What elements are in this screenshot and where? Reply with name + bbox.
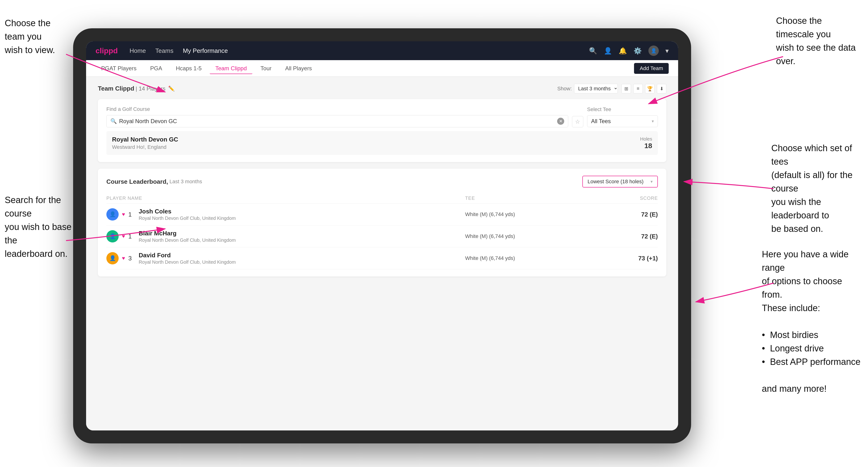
col-player: PLAYER NAME <box>106 193 465 204</box>
leaderboard-table: PLAYER NAME TEE SCORE 👤 ♥ 1 Josh Coles R… <box>106 193 658 269</box>
grid-view-button[interactable]: ⊞ <box>621 84 631 93</box>
settings-icon[interactable]: ⚙️ <box>633 47 642 55</box>
nav-my-performance[interactable]: My Performance <box>183 46 228 55</box>
nav-bar: clippd Home Teams My Performance 🔍 👤 🔔 ⚙… <box>86 41 678 60</box>
col-score: SCORE <box>603 193 658 204</box>
show-label: Show: <box>557 86 572 92</box>
holes-badge: Holes 18 <box>640 136 652 150</box>
avatar[interactable]: 👤 <box>648 45 659 56</box>
chevron-down-icon[interactable]: ▾ <box>665 47 669 55</box>
clear-search-button[interactable]: ✕ <box>557 118 564 125</box>
player-cell: 👤 ♥ 3 David Ford Royal North Devon Golf … <box>106 252 465 265</box>
annotation-top-right: Choose the timescale youwish to see the … <box>776 14 861 68</box>
tee-cell: White (M) (6,744 yds) <box>465 204 603 225</box>
tee-cell: White (M) (6,744 yds) <box>465 247 603 269</box>
search-row: Find a Golf Course 🔍 Royal North Devon G… <box>106 106 658 127</box>
leaderboard-subtitle: Last 3 months <box>169 179 202 185</box>
table-row: 👤 ♥ 3 David Ford Royal North Devon Golf … <box>106 247 658 269</box>
search-value: Royal North Devon GC <box>119 118 555 125</box>
favorite-button[interactable]: ☆ <box>572 116 583 127</box>
tee-cell: White (M) (6,744 yds) <box>465 225 603 247</box>
rank-number: 1 <box>128 233 135 240</box>
course-search-input[interactable]: 🔍 Royal North Devon GC ✕ <box>106 115 568 127</box>
main-content: Team Clippd | 14 Players ✏️ Show: Last 3… <box>86 76 678 431</box>
search-icon[interactable]: 🔍 <box>589 47 597 55</box>
player-avatar: 👤 <box>106 252 119 264</box>
score-cell: 73 (+1) <box>603 247 658 269</box>
player-club: Royal North Devon Golf Club, United King… <box>139 259 236 265</box>
nav-teams[interactable]: Teams <box>155 46 174 55</box>
tablet-screen: clippd Home Teams My Performance 🔍 👤 🔔 ⚙… <box>86 41 678 431</box>
nav-home[interactable]: Home <box>129 46 146 55</box>
table-row: 👤 ♥ 1 Josh Coles Royal North Devon Golf … <box>106 204 658 225</box>
subnav-pga[interactable]: PGA <box>145 63 168 73</box>
subnav-hcaps[interactable]: Hcaps 1-5 <box>170 63 207 73</box>
leaderboard-title: Course Leaderboard, <box>106 178 168 185</box>
subnav-all-players[interactable]: All Players <box>280 63 317 73</box>
chevron-down-icon: ▾ <box>651 179 653 184</box>
download-icon[interactable]: ⬇ <box>657 84 666 93</box>
course-result: Royal North Devon GC Westward Ho!, Engla… <box>106 131 658 155</box>
tablet-device: clippd Home Teams My Performance 🔍 👤 🔔 ⚙… <box>73 28 691 443</box>
player-name: David Ford <box>139 252 236 259</box>
score-cell: 72 (E) <box>603 204 658 225</box>
edit-icon[interactable]: ✏️ <box>168 86 175 92</box>
nav-right: 🔍 👤 🔔 ⚙️ 👤 ▾ <box>589 45 669 56</box>
annotation-mid-right: Choose which set of tees(default is all)… <box>771 142 861 236</box>
team-count: | 14 Players <box>135 85 165 92</box>
player-avatar: 👤 <box>106 208 119 220</box>
player-name: Blair McHarg <box>139 230 236 237</box>
app-logo: clippd <box>96 46 118 55</box>
sub-nav: PGAT Players PGA Hcaps 1-5 Team Clippd T… <box>86 60 678 76</box>
find-course-label: Find a Golf Course <box>106 106 568 112</box>
subnav-tour[interactable]: Tour <box>255 63 277 73</box>
table-row: 👤 ♥ 1 Blair McHarg Royal North Devon Gol… <box>106 225 658 247</box>
chevron-down-icon: ▾ <box>652 119 654 124</box>
add-team-button[interactable]: Add Team <box>634 63 669 74</box>
player-cell: 👤 ♥ 1 Josh Coles Royal North Devon Golf … <box>106 208 465 221</box>
score-cell: 72 (E) <box>603 225 658 247</box>
select-tee-label: Select Tee <box>587 106 658 113</box>
player-club: Royal North Devon Golf Club, United King… <box>139 216 236 221</box>
arrow-tee-annotation <box>684 182 774 189</box>
rank-number: 1 <box>128 211 135 218</box>
player-club: Royal North Devon Golf Club, United King… <box>139 238 236 243</box>
player-info: Josh Coles Royal North Devon Golf Club, … <box>139 208 236 221</box>
holes-count: 18 <box>640 142 652 150</box>
annotation-bot-right: Here you have a wide rangeof options to … <box>762 248 861 396</box>
player-info: Blair McHarg Royal North Devon Golf Club… <box>139 230 236 243</box>
annotation-top-left: Choose the team youwish to view. <box>5 17 71 57</box>
tee-value: All Tees <box>591 118 649 125</box>
tee-select[interactable]: All Tees ▾ <box>587 115 658 127</box>
score-type-text: Lowest Score (18 holes) <box>588 179 644 185</box>
player-name: Josh Coles <box>139 208 236 215</box>
leaderboard-body: 👤 ♥ 1 Josh Coles Royal North Devon Golf … <box>106 204 658 269</box>
subnav-pgat[interactable]: PGAT Players <box>96 63 142 73</box>
subnav-team-clippd[interactable]: Team Clippd <box>210 63 252 74</box>
holes-label: Holes <box>640 136 652 142</box>
notifications-icon[interactable]: 🔔 <box>619 47 627 55</box>
player-avatar: 👤 <box>106 230 119 243</box>
list-view-button[interactable]: ≡ <box>633 84 643 93</box>
course-search-panel: Find a Golf Course 🔍 Royal North Devon G… <box>98 99 666 162</box>
view-icons: ⊞ ≡ 🏆 ⬇ <box>621 84 666 93</box>
heart-icon[interactable]: ♥ <box>122 233 125 239</box>
team-name: Team Clippd <box>98 85 134 92</box>
rank-number: 3 <box>128 255 135 262</box>
table-header: PLAYER NAME TEE SCORE <box>106 193 658 204</box>
trophy-icon[interactable]: 🏆 <box>645 84 654 93</box>
show-select[interactable]: Last 3 months <box>574 84 618 93</box>
leaderboard-header: Course Leaderboard, Last 3 months Lowest… <box>106 176 658 187</box>
course-location: Westward Ho!, England <box>112 144 178 150</box>
player-info: David Ford Royal North Devon Golf Club, … <box>139 252 236 265</box>
score-type-select[interactable]: Lowest Score (18 holes) ▾ <box>582 176 658 187</box>
search-icon: 🔍 <box>111 118 117 124</box>
heart-icon[interactable]: ♥ <box>122 255 125 261</box>
nav-links: Home Teams My Performance <box>129 46 589 55</box>
profile-icon[interactable]: 👤 <box>604 47 612 55</box>
col-tee: TEE <box>465 193 603 204</box>
annotation-mid-left: Search for the courseyou wish to base th… <box>5 193 75 261</box>
tee-section: Select Tee All Tees ▾ <box>587 106 658 127</box>
heart-icon[interactable]: ♥ <box>122 211 125 217</box>
course-name: Royal North Devon GC <box>112 136 178 143</box>
